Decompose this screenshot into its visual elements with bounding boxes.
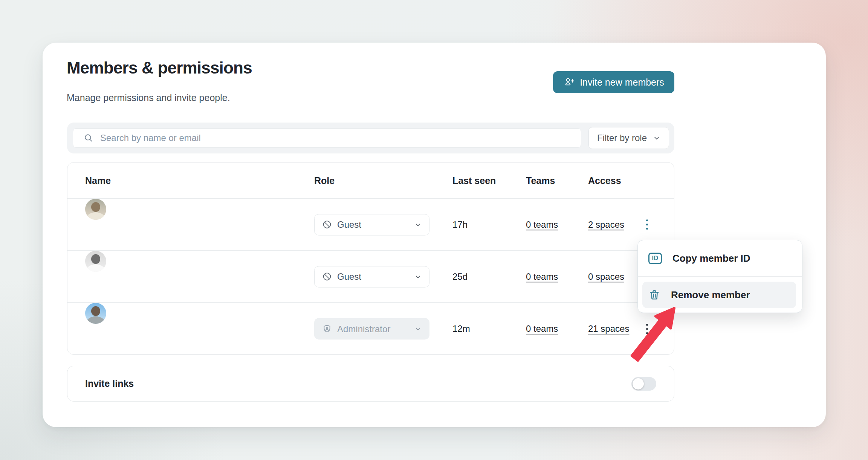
role-value: Guest bbox=[337, 271, 361, 282]
user-plus-icon bbox=[563, 77, 575, 88]
role-dropdown-disabled: Administrator bbox=[314, 318, 429, 340]
member-row: Administrator 12m 0 teams 21 spaces bbox=[67, 303, 674, 355]
search-input[interactable] bbox=[73, 128, 581, 148]
role-value: Guest bbox=[337, 219, 361, 230]
menu-item-label: Remove member bbox=[671, 289, 750, 301]
invite-links-toggle[interactable] bbox=[631, 377, 656, 391]
page-subtitle: Manage permissions and invite people. bbox=[67, 92, 230, 103]
invite-links-label: Invite links bbox=[85, 378, 134, 389]
trash-icon bbox=[648, 289, 660, 301]
role-value: Administrator bbox=[337, 324, 390, 334]
last-seen-value: 17h bbox=[452, 219, 468, 230]
filter-by-role-dropdown[interactable]: Filter by role bbox=[588, 127, 669, 149]
member-row: Guest 17h 0 teams 2 spaces bbox=[67, 199, 674, 251]
member-row: Guest 25d 0 teams 0 spaces bbox=[67, 251, 674, 303]
members-table: Name Role Last seen Teams Access Guest 1… bbox=[67, 162, 674, 355]
copy-member-id-menu-item[interactable]: ID Copy member ID bbox=[638, 240, 802, 277]
kebab-menu-icon[interactable] bbox=[639, 216, 654, 234]
teams-link[interactable]: 0 teams bbox=[526, 271, 558, 282]
column-header-access: Access bbox=[588, 175, 621, 186]
column-header-role: Role bbox=[314, 175, 335, 186]
settings-card: Members & permissions Manage permissions… bbox=[43, 43, 826, 427]
member-avatar bbox=[85, 251, 106, 272]
chevron-down-icon bbox=[414, 273, 422, 280]
spaces-link[interactable]: 0 spaces bbox=[588, 271, 624, 282]
column-header-name: Name bbox=[85, 175, 111, 186]
invite-button-label: Invite new members bbox=[580, 77, 664, 88]
teams-link[interactable]: 0 teams bbox=[526, 324, 558, 334]
red-annotation-arrow bbox=[622, 300, 689, 368]
table-header-row: Name Role Last seen Teams Access bbox=[67, 163, 674, 199]
search-filter-bar: Filter by role bbox=[67, 123, 674, 153]
teams-link[interactable]: 0 teams bbox=[526, 219, 558, 230]
column-header-teams: Teams bbox=[526, 175, 555, 186]
role-dropdown[interactable]: Guest bbox=[314, 214, 429, 235]
id-badge-icon: ID bbox=[648, 253, 662, 264]
invite-links-bar: Invite links bbox=[67, 366, 674, 402]
toggle-knob bbox=[633, 378, 644, 389]
chevron-down-icon bbox=[414, 221, 422, 228]
shield-user-icon bbox=[322, 324, 332, 334]
no-entry-icon bbox=[322, 272, 332, 282]
role-dropdown[interactable]: Guest bbox=[314, 266, 429, 287]
column-header-last-seen: Last seen bbox=[452, 175, 496, 186]
chevron-down-icon bbox=[653, 134, 660, 142]
filter-label: Filter by role bbox=[597, 133, 647, 143]
member-avatar bbox=[85, 199, 106, 220]
members-permissions-page: { "header": { "title": "Members & permis… bbox=[0, 0, 868, 460]
menu-item-label: Copy member ID bbox=[672, 253, 750, 264]
last-seen-value: 12m bbox=[452, 324, 470, 334]
member-avatar bbox=[85, 303, 106, 324]
last-seen-value: 25d bbox=[452, 271, 468, 282]
chevron-down-icon bbox=[414, 325, 422, 333]
no-entry-icon bbox=[322, 220, 332, 230]
spaces-link[interactable]: 2 spaces bbox=[588, 219, 624, 230]
invite-new-members-button[interactable]: Invite new members bbox=[553, 71, 674, 93]
page-title: Members & permissions bbox=[67, 58, 252, 77]
